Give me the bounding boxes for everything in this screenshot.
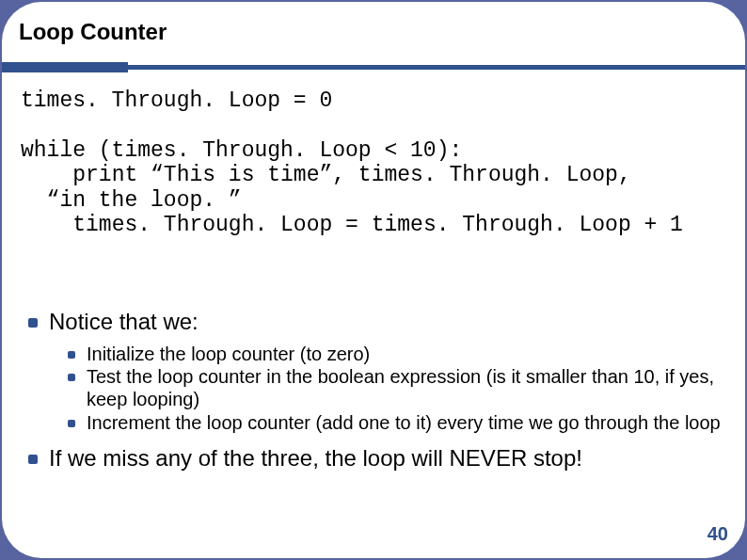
code-line: print “This is time”, times. Through. Lo… xyxy=(21,163,631,187)
bullet-icon xyxy=(28,455,38,464)
bullet-icon xyxy=(68,374,75,381)
code-line: times. Through. Loop = times. Through. L… xyxy=(21,213,683,237)
bullet-text: Notice that we: xyxy=(49,309,199,336)
divider-thick xyxy=(2,62,128,72)
bullet-icon xyxy=(68,351,75,359)
page-number: 40 xyxy=(707,523,728,545)
bullet-level2: Increment the loop counter (add one to i… xyxy=(68,412,724,435)
bullet-text: Initialize the loop counter (to zero) xyxy=(87,344,370,366)
title-divider xyxy=(2,62,745,72)
divider-thin xyxy=(128,65,745,70)
code-line: while (times. Through. Loop < 10): xyxy=(21,138,462,163)
bullet-level2: Test the loop counter in the boolean exp… xyxy=(68,366,724,410)
code-block: times. Through. Loop = 0 while (times. T… xyxy=(21,88,726,238)
bullet-text: Test the loop counter in the boolean exp… xyxy=(87,366,724,410)
bullet-icon xyxy=(28,318,38,328)
slide: Loop Counter times. Through. Loop = 0 wh… xyxy=(2,2,745,558)
bullet-level1: If we miss any of the three, the loop wi… xyxy=(28,445,724,472)
bullet-list: Notice that we: Initialize the loop coun… xyxy=(28,309,724,480)
code-line: times. Through. Loop = 0 xyxy=(21,88,332,113)
bullet-level2: Initialize the loop counter (to zero) xyxy=(68,344,724,366)
sub-bullet-list: Initialize the loop counter (to zero) Te… xyxy=(68,344,724,434)
code-line: “in the loop. ” xyxy=(47,188,242,213)
bullet-icon xyxy=(68,420,75,427)
bullet-text: Increment the loop counter (add one to i… xyxy=(87,412,721,435)
slide-title: Loop Counter xyxy=(19,19,167,45)
bullet-text: If we miss any of the three, the loop wi… xyxy=(49,445,582,472)
bullet-level1: Notice that we: xyxy=(28,309,724,336)
